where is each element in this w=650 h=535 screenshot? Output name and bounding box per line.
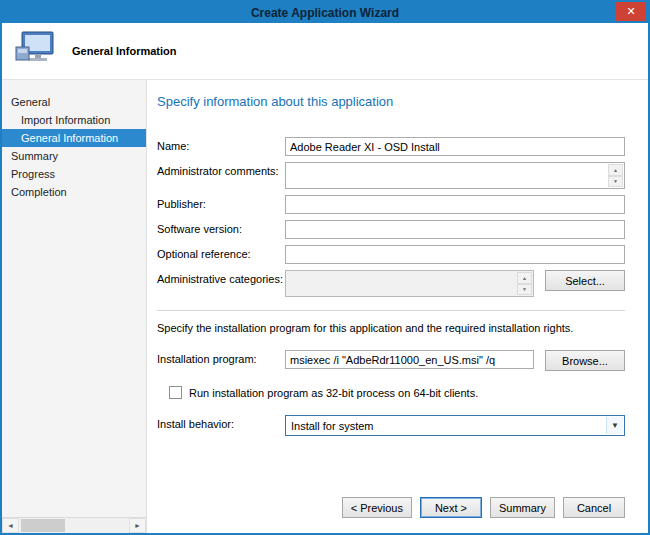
previous-button[interactable]: < Previous — [342, 497, 412, 518]
application-icon — [14, 30, 56, 72]
administrative-categories-label: Administrative categories: — [157, 270, 285, 285]
administrative-categories-row: Administrative categories: ▲ ▼ Select... — [157, 270, 625, 297]
scroll-up-icon[interactable]: ▲ — [517, 272, 532, 284]
administrator-comments-row: Administrator comments: ▲ ▼ — [157, 162, 625, 189]
scroll-down-icon[interactable]: ▼ — [517, 284, 532, 296]
create-application-wizard-window: Create Application Wizard ✕ General Info… — [0, 0, 650, 535]
name-row: Name: — [157, 137, 625, 156]
summary-button[interactable]: Summary — [490, 497, 555, 518]
scroll-left-icon[interactable]: ◄ — [2, 518, 19, 533]
sidebar-horizontal-scrollbar[interactable]: ◄ ► — [2, 517, 146, 533]
sidebar-item-general-information[interactable]: General Information — [2, 129, 146, 147]
window-title: Create Application Wizard — [2, 6, 648, 20]
software-version-label: Software version: — [157, 220, 285, 235]
scrollbar-track[interactable] — [19, 518, 129, 533]
software-version-row: Software version: — [157, 220, 625, 239]
optional-reference-row: Optional reference: — [157, 245, 625, 264]
wizard-header: General Information — [2, 23, 648, 80]
install-behavior-value: Install for system — [291, 420, 374, 432]
scroll-up-icon[interactable]: ▲ — [608, 164, 623, 176]
scroll-right-icon[interactable]: ► — [129, 518, 146, 533]
install-behavior-row: Install behavior: Install for system ▼ — [157, 415, 625, 436]
close-button[interactable]: ✕ — [616, 2, 646, 21]
chevron-down-icon[interactable]: ▼ — [606, 417, 623, 434]
install-behavior-label: Install behavior: — [157, 415, 285, 430]
run-32bit-checkbox-label: Run installation program as 32-bit proce… — [189, 387, 478, 399]
scrollbar-thumb[interactable] — [21, 519, 65, 532]
run-32bit-row: Run installation program as 32-bit proce… — [169, 386, 625, 399]
section-divider — [157, 310, 625, 311]
sidebar-item-progress[interactable]: Progress — [2, 165, 146, 183]
page-title: Specify information about this applicati… — [157, 94, 625, 109]
run-32bit-checkbox[interactable] — [169, 386, 182, 399]
publisher-row: Publisher: — [157, 195, 625, 214]
sidebar-item-import-information[interactable]: Import Information — [2, 111, 146, 129]
installation-program-input[interactable] — [285, 350, 534, 369]
header-title: General Information — [72, 45, 177, 57]
wizard-steps-sidebar: General Import Information General Infor… — [2, 80, 147, 533]
categories-scrollbar: ▲ ▼ — [517, 272, 532, 295]
name-label: Name: — [157, 137, 285, 152]
software-version-input[interactable] — [285, 220, 625, 239]
name-input[interactable] — [285, 137, 625, 156]
cancel-button[interactable]: Cancel — [563, 497, 625, 518]
scroll-down-icon[interactable]: ▼ — [608, 176, 623, 188]
installation-program-label: Installation program: — [157, 350, 285, 365]
publisher-input[interactable] — [285, 195, 625, 214]
administrator-comments-input[interactable]: ▲ ▼ — [285, 162, 625, 189]
comments-scrollbar: ▲ ▼ — [608, 164, 623, 187]
wizard-body: General Import Information General Infor… — [2, 80, 648, 533]
next-button[interactable]: Next > — [420, 497, 482, 518]
select-categories-button[interactable]: Select... — [545, 270, 625, 291]
installation-section-description: Specify the installation program for thi… — [157, 322, 625, 334]
sidebar-item-general[interactable]: General — [2, 93, 146, 111]
browse-button[interactable]: Browse... — [545, 350, 625, 371]
title-bar: Create Application Wizard ✕ — [2, 2, 648, 23]
sidebar-item-completion[interactable]: Completion — [2, 183, 146, 201]
wizard-content: Specify information about this applicati… — [147, 80, 648, 533]
sidebar-item-summary[interactable]: Summary — [2, 147, 146, 165]
close-icon: ✕ — [626, 5, 635, 17]
general-info-form: Name: Administrator comments: ▲ ▼ — [157, 137, 625, 297]
optional-reference-input[interactable] — [285, 245, 625, 264]
installation-program-row: Installation program: Browse... — [157, 350, 625, 371]
publisher-label: Publisher: — [157, 195, 285, 210]
wizard-footer-buttons: < Previous Next > Summary Cancel — [342, 497, 625, 518]
optional-reference-label: Optional reference: — [157, 245, 285, 260]
install-behavior-dropdown[interactable]: Install for system ▼ — [285, 415, 625, 436]
administrator-comments-label: Administrator comments: — [157, 162, 285, 177]
administrative-categories-input: ▲ ▼ — [285, 270, 534, 297]
